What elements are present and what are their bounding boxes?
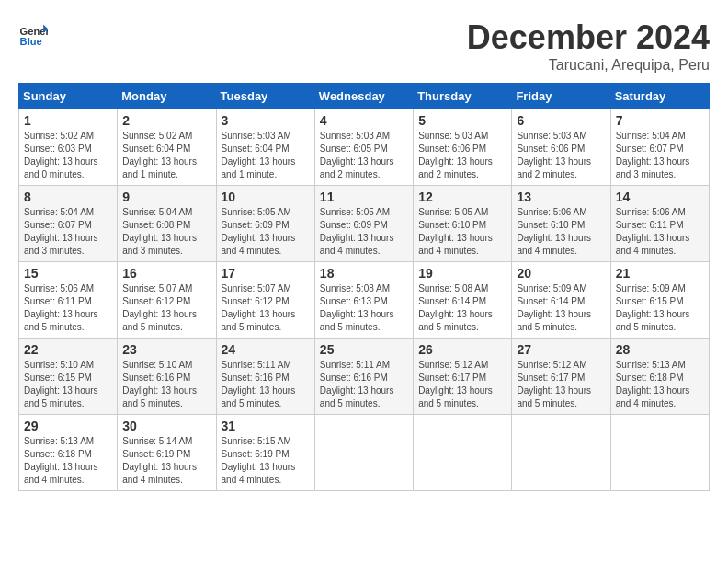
daylight-label: Daylight: 13 hours and 1 minute. (222, 156, 296, 179)
sunrise-label: Sunrise: 5:14 AM (122, 436, 192, 446)
day-info: Sunrise: 5:13 AM Sunset: 6:18 PM Dayligh… (24, 435, 112, 487)
day-number: 14 (616, 190, 704, 204)
calendar-week-row: 22 Sunrise: 5:10 AM Sunset: 6:15 PM Dayl… (19, 339, 710, 415)
calendar-day-cell: 17 Sunrise: 5:07 AM Sunset: 6:12 PM Dayl… (216, 262, 314, 339)
day-info: Sunrise: 5:10 AM Sunset: 6:15 PM Dayligh… (24, 359, 112, 410)
calendar-day-cell: 3 Sunrise: 5:03 AM Sunset: 6:04 PM Dayli… (216, 109, 314, 186)
calendar-day-cell: 27 Sunrise: 5:12 AM Sunset: 6:17 PM Dayl… (512, 339, 610, 415)
day-number: 25 (320, 342, 408, 357)
daylight-label: Daylight: 13 hours and 5 minutes. (24, 385, 98, 408)
sunset-label: Sunset: 6:03 PM (24, 144, 92, 154)
sunrise-label: Sunrise: 5:07 AM (222, 283, 291, 293)
calendar-day-cell: 6 Sunrise: 5:03 AM Sunset: 6:06 PM Dayli… (512, 109, 610, 186)
day-info: Sunrise: 5:11 AM Sunset: 6:16 PM Dayligh… (222, 359, 310, 410)
day-info: Sunrise: 5:04 AM Sunset: 6:07 PM Dayligh… (24, 206, 112, 258)
daylight-label: Daylight: 13 hours and 5 minutes. (122, 309, 197, 332)
calendar-day-cell: 28 Sunrise: 5:13 AM Sunset: 6:18 PM Dayl… (610, 339, 709, 415)
day-number: 13 (517, 190, 605, 204)
sunrise-label: Sunrise: 5:05 AM (320, 207, 390, 217)
sunset-label: Sunset: 6:15 PM (616, 296, 684, 306)
sunrise-label: Sunrise: 5:15 AM (222, 436, 291, 446)
calendar-day-cell: 31 Sunrise: 5:15 AM Sunset: 6:19 PM Dayl… (216, 415, 314, 491)
day-info: Sunrise: 5:03 AM Sunset: 6:05 PM Dayligh… (320, 130, 408, 181)
day-info: Sunrise: 5:07 AM Sunset: 6:12 PM Dayligh… (122, 282, 210, 334)
calendar-day-cell (414, 415, 512, 491)
sunset-label: Sunset: 6:16 PM (222, 373, 290, 383)
calendar-day-cell: 25 Sunrise: 5:11 AM Sunset: 6:16 PM Dayl… (314, 339, 413, 415)
sunset-label: Sunset: 6:10 PM (517, 220, 585, 230)
title-area: December 2024 Tarucani, Arequipa, Peru (467, 18, 710, 74)
day-info: Sunrise: 5:06 AM Sunset: 6:10 PM Dayligh… (517, 206, 605, 258)
daylight-label: Daylight: 13 hours and 2 minutes. (418, 156, 493, 179)
calendar-day-cell: 26 Sunrise: 5:12 AM Sunset: 6:17 PM Dayl… (414, 339, 512, 415)
day-number: 3 (222, 113, 310, 128)
day-info: Sunrise: 5:06 AM Sunset: 6:11 PM Dayligh… (616, 206, 704, 258)
sunset-label: Sunset: 6:08 PM (122, 220, 190, 230)
day-info: Sunrise: 5:02 AM Sunset: 6:03 PM Dayligh… (24, 130, 112, 181)
day-number: 19 (418, 266, 506, 281)
day-info: Sunrise: 5:04 AM Sunset: 6:08 PM Dayligh… (122, 206, 210, 258)
sunrise-label: Sunrise: 5:04 AM (616, 131, 686, 141)
daylight-label: Daylight: 13 hours and 3 minutes. (122, 233, 197, 256)
calendar-week-row: 8 Sunrise: 5:04 AM Sunset: 6:07 PM Dayli… (19, 186, 710, 262)
sunrise-label: Sunrise: 5:08 AM (320, 283, 390, 293)
sunrise-label: Sunrise: 5:06 AM (616, 207, 686, 217)
daylight-label: Daylight: 13 hours and 5 minutes. (616, 309, 690, 332)
calendar-day-cell: 12 Sunrise: 5:05 AM Sunset: 6:10 PM Dayl… (414, 186, 512, 262)
sunrise-label: Sunrise: 5:03 AM (222, 131, 291, 141)
daylight-label: Daylight: 13 hours and 5 minutes. (320, 309, 394, 332)
daylight-label: Daylight: 13 hours and 5 minutes. (517, 385, 591, 408)
calendar-day-cell: 9 Sunrise: 5:04 AM Sunset: 6:08 PM Dayli… (118, 186, 216, 262)
sunset-label: Sunset: 6:14 PM (517, 296, 585, 306)
calendar-day-cell: 29 Sunrise: 5:13 AM Sunset: 6:18 PM Dayl… (19, 415, 118, 491)
calendar-week-row: 29 Sunrise: 5:13 AM Sunset: 6:18 PM Dayl… (19, 415, 710, 491)
day-info: Sunrise: 5:09 AM Sunset: 6:14 PM Dayligh… (517, 282, 605, 334)
calendar-day-cell: 14 Sunrise: 5:06 AM Sunset: 6:11 PM Dayl… (610, 186, 709, 262)
day-number: 9 (122, 190, 210, 204)
sunrise-label: Sunrise: 5:09 AM (517, 283, 586, 293)
day-info: Sunrise: 5:03 AM Sunset: 6:06 PM Dayligh… (418, 130, 506, 181)
day-number: 30 (122, 419, 210, 433)
calendar-day-cell: 2 Sunrise: 5:02 AM Sunset: 6:04 PM Dayli… (118, 109, 216, 186)
sunrise-label: Sunrise: 5:07 AM (122, 283, 192, 293)
calendar-day-cell: 7 Sunrise: 5:04 AM Sunset: 6:07 PM Dayli… (610, 109, 709, 186)
calendar-day-cell: 22 Sunrise: 5:10 AM Sunset: 6:15 PM Dayl… (19, 339, 118, 415)
day-number: 1 (24, 113, 112, 128)
day-number: 8 (24, 190, 112, 204)
daylight-label: Daylight: 13 hours and 4 minutes. (616, 385, 690, 408)
day-number: 5 (418, 113, 506, 128)
day-number: 27 (517, 342, 605, 357)
day-info: Sunrise: 5:05 AM Sunset: 6:10 PM Dayligh… (418, 206, 506, 258)
day-info: Sunrise: 5:05 AM Sunset: 6:09 PM Dayligh… (222, 206, 310, 258)
calendar-day-cell: 11 Sunrise: 5:05 AM Sunset: 6:09 PM Dayl… (314, 186, 413, 262)
logo-icon: General Blue (18, 18, 48, 48)
daylight-label: Daylight: 13 hours and 3 minutes. (24, 233, 98, 256)
day-info: Sunrise: 5:04 AM Sunset: 6:07 PM Dayligh… (616, 130, 704, 181)
sunset-label: Sunset: 6:04 PM (122, 144, 190, 154)
calendar-day-cell (314, 415, 413, 491)
calendar-day-cell (512, 415, 610, 491)
daylight-label: Daylight: 13 hours and 2 minutes. (320, 156, 394, 179)
calendar-week-row: 1 Sunrise: 5:02 AM Sunset: 6:03 PM Dayli… (19, 109, 710, 186)
sunset-label: Sunset: 6:10 PM (418, 220, 486, 230)
sunrise-label: Sunrise: 5:13 AM (24, 436, 94, 446)
sunrise-label: Sunrise: 5:02 AM (122, 131, 192, 141)
day-info: Sunrise: 5:08 AM Sunset: 6:14 PM Dayligh… (418, 282, 506, 334)
day-info: Sunrise: 5:14 AM Sunset: 6:19 PM Dayligh… (122, 435, 210, 487)
day-number: 22 (24, 342, 112, 357)
sunrise-label: Sunrise: 5:03 AM (517, 131, 586, 141)
daylight-label: Daylight: 13 hours and 4 minutes. (122, 462, 197, 485)
sunset-label: Sunset: 6:09 PM (320, 220, 388, 230)
daylight-label: Daylight: 13 hours and 4 minutes. (222, 462, 296, 485)
sunrise-label: Sunrise: 5:03 AM (320, 131, 390, 141)
calendar-body: 1 Sunrise: 5:02 AM Sunset: 6:03 PM Dayli… (19, 109, 710, 491)
day-info: Sunrise: 5:06 AM Sunset: 6:11 PM Dayligh… (24, 282, 112, 334)
daylight-label: Daylight: 13 hours and 4 minutes. (320, 233, 394, 256)
sunset-label: Sunset: 6:11 PM (616, 220, 684, 230)
location-title: Tarucani, Arequipa, Peru (467, 57, 710, 74)
daylight-label: Daylight: 13 hours and 4 minutes. (24, 462, 98, 485)
day-number: 16 (122, 266, 210, 281)
daylight-label: Daylight: 13 hours and 4 minutes. (616, 233, 690, 256)
calendar-day-cell: 21 Sunrise: 5:09 AM Sunset: 6:15 PM Dayl… (610, 262, 709, 339)
day-info: Sunrise: 5:15 AM Sunset: 6:19 PM Dayligh… (222, 435, 310, 487)
